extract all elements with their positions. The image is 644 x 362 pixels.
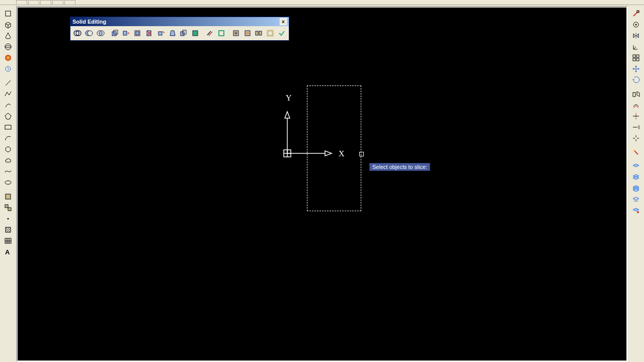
- move-face-icon[interactable]: [121, 28, 132, 39]
- arc-icon[interactable]: [2, 133, 15, 144]
- svg-rect-46: [5, 205, 8, 208]
- move3d-icon[interactable]: [629, 63, 642, 74]
- layer-icon[interactable]: [629, 161, 642, 172]
- svg-rect-18: [123, 31, 127, 35]
- mirror3d-icon[interactable]: [629, 30, 642, 41]
- svg-rect-42: [5, 125, 11, 129]
- svg-text:Y: Y: [286, 94, 292, 102]
- sphere-icon[interactable]: [2, 41, 15, 52]
- subtract-icon[interactable]: [84, 28, 95, 39]
- svg-marker-71: [637, 92, 639, 97]
- clean-icon[interactable]: [242, 28, 253, 39]
- drawing-viewport[interactable]: Y X Select objects to slice: Solid Editi…: [18, 8, 626, 360]
- svg-text:A: A: [5, 248, 10, 256]
- polygon-icon[interactable]: [2, 111, 15, 122]
- svg-rect-61: [633, 55, 635, 57]
- svg-rect-70: [633, 93, 635, 97]
- gradient-sphere-icon[interactable]: [2, 52, 15, 63]
- cloud-icon[interactable]: [2, 155, 15, 166]
- solid-editing-titlebar[interactable]: Solid Editing ×: [70, 17, 289, 26]
- ucs3d-icon[interactable]: [629, 41, 642, 52]
- extrude-face-icon[interactable]: [109, 28, 120, 39]
- line-icon[interactable]: [2, 77, 15, 88]
- svg-marker-1: [285, 112, 290, 118]
- cube-icon[interactable]: [2, 19, 15, 30]
- extend-icon[interactable]: [629, 122, 642, 133]
- spline-icon[interactable]: [2, 166, 15, 177]
- svg-marker-66: [635, 71, 637, 72]
- offset-icon[interactable]: [629, 100, 642, 111]
- svg-rect-4: [284, 150, 291, 157]
- copy-edge-icon[interactable]: [204, 28, 215, 39]
- svg-rect-63: [633, 58, 635, 61]
- layerstate3-icon[interactable]: [629, 194, 642, 205]
- layerstate1-icon[interactable]: [629, 172, 642, 183]
- osnap-icon[interactable]: [629, 19, 642, 30]
- union-icon[interactable]: [72, 28, 83, 39]
- selected-box-object: [307, 85, 361, 211]
- layerstate2-icon[interactable]: [629, 183, 642, 194]
- ellipse-icon[interactable]: [2, 177, 15, 188]
- hatch-icon[interactable]: [2, 224, 15, 235]
- close-icon[interactable]: ×: [280, 18, 287, 25]
- cone-icon[interactable]: [2, 30, 15, 41]
- intersect-icon[interactable]: [95, 28, 106, 39]
- svg-marker-60: [636, 34, 638, 38]
- pickbox-cursor: [359, 152, 364, 156]
- svg-marker-65: [635, 65, 637, 67]
- top-toolbar-button[interactable]: [52, 0, 63, 5]
- imprint-icon[interactable]: [230, 28, 242, 39]
- svg-marker-80: [633, 197, 639, 200]
- material-icon[interactable]: [629, 8, 642, 19]
- history-icon[interactable]: [2, 63, 15, 74]
- align-icon[interactable]: [629, 88, 642, 100]
- delete-face-icon[interactable]: [144, 28, 155, 39]
- svg-rect-35: [6, 11, 11, 16]
- svg-point-58: [635, 24, 637, 26]
- svg-marker-24: [170, 31, 175, 36]
- block-icon[interactable]: [2, 191, 15, 202]
- solid-editing-toolbar[interactable]: Solid Editing ×: [70, 17, 289, 41]
- svg-marker-74: [633, 164, 639, 167]
- region-icon[interactable]: [2, 202, 15, 213]
- check-icon[interactable]: [276, 28, 287, 39]
- grid-icon[interactable]: [629, 52, 642, 63]
- color-edge-icon[interactable]: [216, 28, 227, 39]
- trim-icon[interactable]: [629, 111, 642, 122]
- svg-point-48: [8, 218, 9, 220]
- rectangle-icon[interactable]: [2, 122, 15, 133]
- top-toolbar-button[interactable]: [28, 0, 39, 5]
- svg-rect-20: [136, 32, 139, 35]
- svg-marker-76: [633, 176, 639, 179]
- match-icon[interactable]: [629, 147, 642, 158]
- polyline-icon[interactable]: [2, 88, 15, 100]
- freeze-icon[interactable]: [629, 205, 642, 216]
- rotate-face-icon[interactable]: [155, 28, 167, 39]
- svg-marker-69: [632, 79, 634, 80]
- svg-rect-16: [112, 32, 116, 36]
- top-toolbar-button[interactable]: [16, 0, 27, 5]
- separate-icon[interactable]: [254, 28, 265, 39]
- table-icon[interactable]: [2, 235, 15, 246]
- command-prompt-tooltip: Select objects to slice:: [369, 163, 430, 171]
- color-face-icon[interactable]: [190, 28, 201, 39]
- taper-face-icon[interactable]: [167, 28, 178, 39]
- svg-rect-28: [219, 31, 224, 36]
- svg-rect-33: [259, 31, 262, 35]
- svg-marker-3: [325, 151, 332, 156]
- solid-editing-title-label: Solid Editing: [72, 19, 106, 25]
- offset-face-icon[interactable]: [132, 28, 143, 39]
- mtext-icon[interactable]: A: [2, 246, 15, 257]
- rotate3d-icon[interactable]: [629, 74, 642, 85]
- break-icon[interactable]: [629, 133, 642, 144]
- shell-icon[interactable]: [265, 28, 276, 39]
- box-icon[interactable]: [2, 8, 15, 19]
- point-icon[interactable]: [2, 213, 15, 224]
- svg-point-37: [5, 46, 11, 48]
- top-toolbar-button[interactable]: [40, 0, 51, 5]
- copy-face-icon[interactable]: [179, 28, 190, 39]
- arc-line-icon[interactable]: [2, 100, 15, 111]
- top-toolbar-button[interactable]: [64, 0, 75, 5]
- svg-rect-27: [193, 31, 198, 36]
- circle-icon[interactable]: [2, 144, 15, 155]
